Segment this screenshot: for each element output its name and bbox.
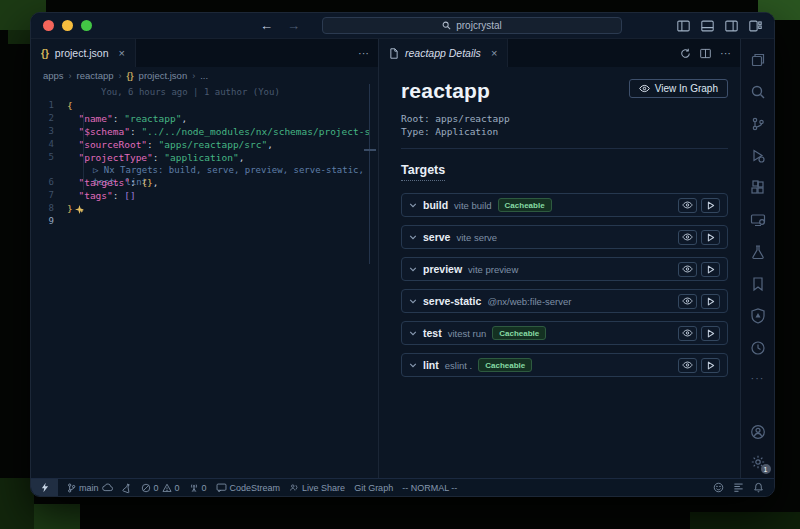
error-count: 0 xyxy=(154,483,159,493)
sash-handle[interactable] xyxy=(364,149,376,151)
code-line-content: "targets": {}, xyxy=(67,176,159,189)
chevron-down-icon[interactable] xyxy=(409,297,417,305)
feedback-smiley-icon[interactable] xyxy=(713,482,724,493)
nx-console-icon[interactable] xyxy=(750,308,766,324)
codestream-icon xyxy=(216,483,227,492)
chevron-down-icon[interactable] xyxy=(409,201,417,209)
nav-forward-icon[interactable]: → xyxy=(287,18,300,33)
chevron-down-icon[interactable] xyxy=(409,233,417,241)
target-run-button[interactable] xyxy=(701,326,720,341)
project-root: Root: apps/reactapp xyxy=(401,112,728,125)
tab-project-json[interactable]: {} project.json × xyxy=(31,39,136,67)
breadcrumb-item[interactable]: reactapp xyxy=(77,70,114,81)
code-editor[interactable]: You, 6 hours ago | 1 author (You)1{2 "na… xyxy=(31,84,378,478)
accounts-icon[interactable] xyxy=(750,424,766,440)
target-row-test[interactable]: testvitest runCacheable xyxy=(401,321,728,345)
vim-mode-item[interactable]: -- NORMAL -- xyxy=(402,483,457,493)
extensions-icon[interactable] xyxy=(750,180,766,196)
target-command: vite preview xyxy=(468,264,518,275)
live-share-icon xyxy=(289,483,299,493)
explorer-icon[interactable] xyxy=(750,52,766,68)
target-view-config-button[interactable] xyxy=(678,262,697,277)
nav-back-icon[interactable]: ← xyxy=(260,18,273,33)
target-run-button[interactable] xyxy=(701,198,720,213)
toggle-secondary-sidebar-icon[interactable] xyxy=(725,20,738,32)
target-row-serve[interactable]: servevite serve xyxy=(401,225,728,249)
tab-reactapp-details[interactable]: reactapp Details × xyxy=(379,39,508,67)
more-views-icon[interactable]: ··· xyxy=(751,372,765,384)
target-view-config-button[interactable] xyxy=(678,198,697,213)
git-branch-item[interactable]: main xyxy=(67,483,113,493)
chevron-down-icon[interactable] xyxy=(409,265,417,273)
format-status-icon[interactable] xyxy=(733,482,744,493)
target-row-preview[interactable]: previewvite preview xyxy=(401,257,728,281)
testing-flask-icon[interactable] xyxy=(750,244,766,260)
git-graph-item[interactable]: Git Graph xyxy=(354,483,393,493)
ports-item[interactable]: 0 xyxy=(189,483,207,493)
editor-group-left: {} project.json × ··· apps› reactapp› {}… xyxy=(31,39,379,478)
remote-indicator[interactable] xyxy=(31,479,58,496)
line-number: 6 xyxy=(31,176,67,189)
close-tab-icon[interactable]: × xyxy=(491,47,497,59)
breadcrumb-item[interactable]: project.json xyxy=(139,70,188,81)
toggle-sidebar-icon[interactable] xyxy=(677,20,690,32)
notifications-bell-icon[interactable] xyxy=(753,482,764,493)
chevron-down-icon[interactable] xyxy=(409,329,417,337)
vim-mode-label: -- NORMAL -- xyxy=(402,483,457,493)
settings-gear-icon[interactable]: 1 xyxy=(750,454,766,470)
problems-item[interactable]: 0 0 xyxy=(141,483,180,493)
view-in-graph-button[interactable]: View In Graph xyxy=(629,79,728,98)
breadcrumb-item[interactable]: apps xyxy=(43,70,64,81)
target-view-config-button[interactable] xyxy=(678,294,697,309)
warning-icon xyxy=(162,483,172,493)
code-line-content: "sourceRoot": "apps/reactapp/src", xyxy=(67,138,273,151)
search-icon[interactable] xyxy=(750,84,766,100)
target-run-button[interactable] xyxy=(701,294,720,309)
source-control-icon[interactable] xyxy=(750,116,766,132)
close-tab-icon[interactable]: × xyxy=(119,47,125,59)
editor-actions-more-icon[interactable]: ··· xyxy=(358,47,369,59)
refresh-icon[interactable] xyxy=(680,48,691,59)
bookmarks-icon[interactable] xyxy=(750,276,766,292)
sparkle-icon xyxy=(75,205,84,214)
target-row-lint[interactable]: linteslint .Cacheable xyxy=(401,353,728,377)
codestream-item[interactable]: CodeStream xyxy=(216,483,281,493)
gitlens-icon[interactable] xyxy=(750,340,766,356)
live-share-item[interactable]: Live Share xyxy=(289,483,345,493)
target-run-button[interactable] xyxy=(701,230,720,245)
nx-run-status-item[interactable] xyxy=(122,483,132,493)
target-name: serve xyxy=(423,231,450,243)
minimize-window-button[interactable] xyxy=(62,20,73,31)
maximize-window-button[interactable] xyxy=(81,20,92,31)
breadcrumb-separator: › xyxy=(69,71,72,81)
line-number: 4 xyxy=(31,138,67,151)
split-editor-icon[interactable] xyxy=(700,48,711,59)
run-and-debug-icon[interactable] xyxy=(750,148,766,164)
command-center-search[interactable]: projcrystal xyxy=(322,17,622,34)
chevron-down-icon[interactable] xyxy=(409,361,417,369)
target-command: eslint . xyxy=(445,360,472,371)
target-row-build[interactable]: buildvite buildCacheable xyxy=(401,193,728,217)
ports-count: 0 xyxy=(202,483,207,493)
code-line-content: "tags": [] xyxy=(67,189,136,202)
remote-explorer-icon[interactable] xyxy=(750,212,766,228)
target-row-serve-static[interactable]: serve-static@nx/web:file-server xyxy=(401,289,728,313)
target-view-config-button[interactable] xyxy=(678,358,697,373)
target-view-config-button[interactable] xyxy=(678,326,697,341)
scrollbar-track[interactable] xyxy=(369,84,370,264)
customize-layout-icon[interactable] xyxy=(749,20,762,32)
tab-label: project.json xyxy=(55,47,109,59)
target-run-button[interactable] xyxy=(701,358,720,373)
target-name: test xyxy=(423,327,442,339)
target-run-button[interactable] xyxy=(701,262,720,277)
live-share-label: Live Share xyxy=(302,483,345,493)
breadcrumb-item[interactable]: ... xyxy=(200,70,208,81)
line-number: 3 xyxy=(31,125,67,138)
target-view-config-button[interactable] xyxy=(678,230,697,245)
view-in-graph-label: View In Graph xyxy=(655,83,718,94)
json-file-icon: {} xyxy=(41,48,49,59)
divider xyxy=(401,148,728,149)
close-window-button[interactable] xyxy=(43,20,54,31)
more-actions-icon[interactable]: ··· xyxy=(720,47,731,59)
toggle-panel-icon[interactable] xyxy=(701,20,714,32)
